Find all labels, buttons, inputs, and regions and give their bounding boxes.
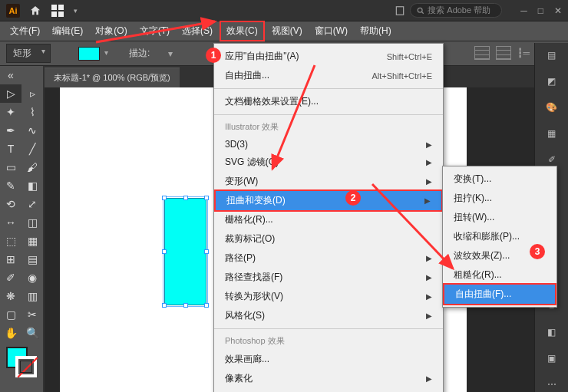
tab-collapse-icon[interactable]: « xyxy=(0,66,21,84)
maximize-icon[interactable]: □ xyxy=(538,5,543,16)
menu-3d[interactable]: 3D(3)▶ xyxy=(214,136,443,153)
layers-panel-icon[interactable]: ◧ xyxy=(544,324,560,340)
resize-handle[interactable] xyxy=(162,249,167,254)
resize-handle[interactable] xyxy=(204,303,209,308)
menu-file[interactable]: 文件(F) xyxy=(5,22,45,40)
fill-stroke-control[interactable] xyxy=(0,344,43,380)
doc-setup-icon[interactable] xyxy=(395,5,405,16)
libraries-panel-icon[interactable]: ◩ xyxy=(544,74,560,89)
resize-handle[interactable] xyxy=(183,196,188,200)
menu-object[interactable]: 对象(O) xyxy=(90,22,132,40)
resize-handle[interactable] xyxy=(204,196,209,200)
menu-document-raster-settings[interactable]: 文档栅格效果设置(E)... xyxy=(214,92,443,111)
lasso-tool-icon[interactable]: ⌇ xyxy=(21,103,43,121)
panel-icon-2[interactable] xyxy=(496,46,511,60)
direct-selection-tool-icon[interactable]: ▹ xyxy=(21,84,43,103)
free-transform-tool-icon[interactable]: ◫ xyxy=(21,213,43,232)
line-tool-icon[interactable]: ╱ xyxy=(21,140,43,158)
home-icon[interactable] xyxy=(29,5,41,17)
search-input[interactable]: 搜索 Adobe 帮助 xyxy=(410,3,502,18)
magic-wand-tool-icon[interactable]: ✦ xyxy=(0,103,21,121)
blend-tool-icon[interactable]: ◉ xyxy=(21,268,43,287)
shaper-tool-icon[interactable]: ✎ xyxy=(0,176,21,195)
panel-menu-icon[interactable]: ┇═ xyxy=(517,48,530,58)
resize-handle[interactable] xyxy=(162,303,167,308)
eraser-tool-icon[interactable]: ◧ xyxy=(21,176,43,195)
type-tool-icon[interactable]: T xyxy=(0,140,21,158)
artboards-panel-icon[interactable]: ▣ xyxy=(544,351,560,366)
menu-rasterize[interactable]: 栅格化(R)... xyxy=(214,210,443,229)
submenu-tweak[interactable]: 扭拧(K)... xyxy=(443,189,556,208)
swatches-panel-icon[interactable]: ▦ xyxy=(544,126,560,141)
shape-builder-tool-icon[interactable]: ⬚ xyxy=(0,232,21,250)
menu-svg-filters[interactable]: SVG 滤镜(G)▶ xyxy=(214,153,443,172)
more-panel-icon[interactable]: ⋯ xyxy=(544,377,560,392)
artboard-tool-icon[interactable]: ▢ xyxy=(0,305,21,324)
fill-swatch[interactable] xyxy=(78,47,100,61)
menu-section-illustrator: Illustrator 效果 xyxy=(214,118,443,136)
zoom-tool-icon[interactable]: 🔍 xyxy=(21,324,43,342)
menu-crop-marks[interactable]: 裁剪标记(O) xyxy=(214,229,443,249)
shape-selector[interactable]: 矩形 xyxy=(6,44,51,63)
close-icon[interactable]: ✕ xyxy=(554,5,562,16)
menu-warp[interactable]: 变形(W)▶ xyxy=(214,172,443,191)
menu-distort-ps[interactable]: 扭曲▶ xyxy=(214,388,443,392)
menu-edit[interactable]: 编辑(E) xyxy=(47,22,88,40)
width-tool-icon[interactable]: ↔ xyxy=(0,213,21,232)
menu-pixelate[interactable]: 像素化▶ xyxy=(214,369,443,388)
pen-tool-icon[interactable]: ✒ xyxy=(0,121,21,140)
hand-tool-icon[interactable]: ✋ xyxy=(0,324,21,342)
menu-free-distort-last[interactable]: 自由扭曲...Alt+Shift+Ctrl+E xyxy=(214,66,443,85)
column-graph-tool-icon[interactable]: ▥ xyxy=(21,287,43,305)
distort-transform-submenu: 变换(T)... 扭拧(K)... 扭转(W)... 收缩和膨胀(P)... 波… xyxy=(442,166,557,308)
brushes-panel-icon[interactable]: ✐ xyxy=(544,152,560,167)
submenu-free-distort[interactable]: 自由扭曲(F)... xyxy=(443,283,556,305)
panel-icon-1[interactable] xyxy=(474,46,490,60)
mesh-tool-icon[interactable]: ⊞ xyxy=(0,250,21,268)
menu-select[interactable]: 选择(S) xyxy=(177,22,218,40)
arrange-dropdown-caret[interactable]: ▾ xyxy=(74,7,78,15)
curvature-tool-icon[interactable]: ∿ xyxy=(21,121,43,140)
document-tab[interactable]: 未标题-1* @ 100% (RGB/预览) xyxy=(45,68,180,87)
menu-effect-gallery[interactable]: 效果画廊... xyxy=(214,350,443,369)
slice-tool-icon[interactable]: ✂ xyxy=(21,305,43,324)
symbol-sprayer-tool-icon[interactable]: ❋ xyxy=(0,287,21,305)
minimize-icon[interactable]: ─ xyxy=(520,5,527,16)
submenu-twist[interactable]: 扭转(W)... xyxy=(443,208,556,227)
resize-handle[interactable] xyxy=(183,303,188,308)
submenu-transform[interactable]: 变换(T)... xyxy=(443,170,556,189)
annotation-badge-3: 3 xyxy=(530,244,545,259)
menu-convert-to-shape[interactable]: 转换为形状(V)▶ xyxy=(214,287,443,306)
properties-panel-icon[interactable]: ▤ xyxy=(544,48,560,63)
stroke-color-icon[interactable] xyxy=(15,356,37,377)
menu-stylize[interactable]: 风格化(S)▶ xyxy=(214,306,443,325)
submenu-roughen[interactable]: 粗糙化(R)... xyxy=(443,265,556,285)
menu-apply-last-effect[interactable]: 应用"自由扭曲"(A)Shift+Ctrl+E xyxy=(214,47,443,66)
menu-type[interactable]: 文字(T) xyxy=(134,22,175,40)
submenu-pucker-bloat[interactable]: 收缩和膨胀(P)... xyxy=(443,227,556,246)
menu-help[interactable]: 帮助(H) xyxy=(355,22,397,40)
search-icon xyxy=(417,7,424,15)
selection-tool-icon[interactable]: ▷ xyxy=(0,84,21,103)
rectangle-tool-icon[interactable]: ▭ xyxy=(0,158,21,176)
paintbrush-tool-icon[interactable]: 🖌 xyxy=(21,158,43,176)
resize-handle[interactable] xyxy=(204,249,209,254)
rotate-tool-icon[interactable]: ⟲ xyxy=(0,195,21,213)
eyedropper-tool-icon[interactable]: ✐ xyxy=(0,268,21,287)
rectangle-object[interactable] xyxy=(164,198,206,305)
menu-view[interactable]: 视图(V) xyxy=(266,22,308,40)
menu-path[interactable]: 路径(P)▶ xyxy=(214,249,443,268)
effect-menu-dropdown: 应用"自由扭曲"(A)Shift+Ctrl+E 自由扭曲...Alt+Shift… xyxy=(213,43,444,392)
scale-tool-icon[interactable]: ⤢ xyxy=(21,195,43,213)
arrange-icon[interactable] xyxy=(51,4,64,18)
color-panel-icon[interactable]: 🎨 xyxy=(544,100,560,115)
stroke-weight-caret[interactable]: ▾ xyxy=(168,48,173,59)
resize-handle[interactable] xyxy=(162,196,167,200)
perspective-tool-icon[interactable]: ▦ xyxy=(21,232,43,250)
menu-window[interactable]: 窗口(W) xyxy=(309,22,353,40)
menu-pathfinder[interactable]: 路径查找器(F)▶ xyxy=(214,268,443,287)
menu-effect[interactable]: 效果(C) xyxy=(220,21,265,41)
menu-distort-and-transform[interactable]: 扭曲和变换(D)▶ xyxy=(214,189,443,212)
menu-section-photoshop: Photoshop 效果 xyxy=(214,332,443,350)
gradient-tool-icon[interactable]: ▤ xyxy=(21,250,43,268)
